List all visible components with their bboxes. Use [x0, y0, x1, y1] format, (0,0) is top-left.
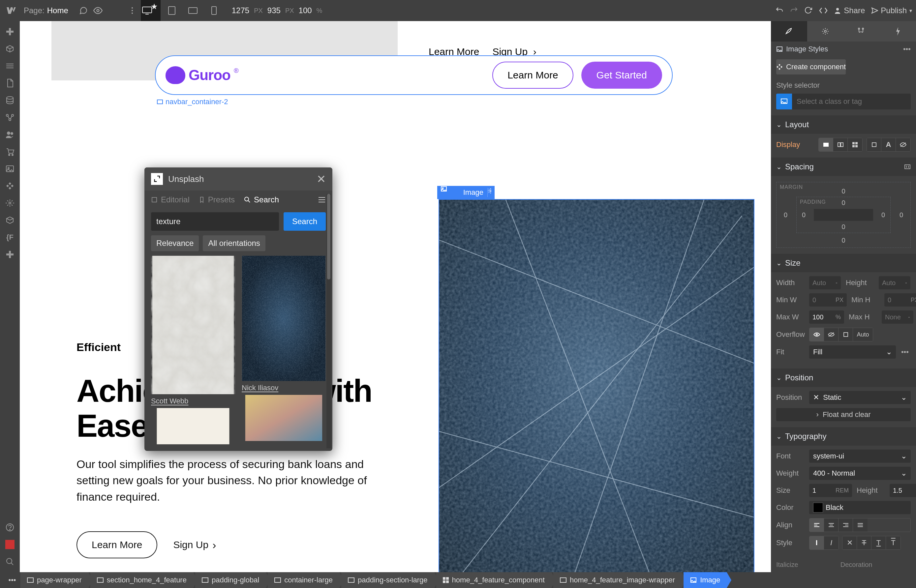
tab-interactions[interactable]: [843, 21, 880, 42]
bc-section[interactable]: section_home_4_feature: [91, 572, 193, 588]
result-credit-2[interactable]: Nick Iliasov: [242, 384, 326, 392]
webflow-logo[interactable]: [4, 3, 18, 18]
result-thumb-3[interactable]: [151, 408, 235, 444]
align-left[interactable]: [809, 519, 824, 531]
tab-style[interactable]: [771, 21, 807, 42]
align-justify[interactable]: [853, 519, 867, 531]
result-thumb-1[interactable]: [151, 256, 235, 394]
publish-button[interactable]: Publish▾: [871, 6, 912, 15]
bc-image-wrapper[interactable]: home_4_feature_image-wrapper: [553, 572, 681, 588]
preview-icon[interactable]: [91, 3, 105, 18]
selector-icon[interactable]: [776, 94, 792, 110]
design-canvas[interactable]: Learn More Sign Up › Guroo ® Learn More …: [20, 21, 771, 572]
users-icon[interactable]: [3, 127, 17, 142]
display-flex[interactable]: [833, 138, 848, 151]
fit-select[interactable]: Fill⌄: [809, 346, 896, 359]
result-credit-1[interactable]: Scott Webb: [151, 397, 235, 405]
unsplash-search-input[interactable]: [151, 212, 279, 231]
lineheight-input[interactable]: -: [890, 484, 916, 497]
display-inline-block[interactable]: [867, 138, 881, 151]
breakpoint-menu-icon[interactable]: [125, 3, 139, 18]
apps-icon[interactable]: [3, 179, 17, 193]
filter-relevance[interactable]: Relevance: [151, 235, 199, 251]
section-spacing[interactable]: ⌄Spacing: [771, 158, 916, 176]
deco-overline[interactable]: T: [886, 536, 900, 549]
style-selector-input[interactable]: [792, 94, 911, 110]
result-thumb-2[interactable]: [242, 256, 326, 381]
device-tablet[interactable]: [162, 0, 182, 21]
deco-none[interactable]: ✕: [843, 536, 857, 549]
cms-icon[interactable]: [3, 93, 17, 107]
float-clear-button[interactable]: › Float and clear: [776, 408, 911, 421]
help-icon[interactable]: [3, 520, 17, 535]
maxw-input[interactable]: %: [809, 310, 844, 324]
ecommerce-icon[interactable]: [3, 144, 17, 159]
settings-icon[interactable]: [3, 196, 17, 210]
tab-presets[interactable]: Presets: [199, 195, 235, 204]
align-right[interactable]: [838, 519, 853, 531]
graph-icon[interactable]: [3, 110, 17, 124]
canvas-width[interactable]: 1275: [232, 6, 249, 15]
section-position[interactable]: ⌄Position: [771, 368, 916, 387]
selection-tag[interactable]: Image: [437, 186, 495, 199]
tab-search[interactable]: Search: [244, 195, 279, 204]
learn-more-button[interactable]: Learn More: [492, 61, 573, 89]
create-component-button[interactable]: Create component: [776, 59, 846, 74]
search-icon[interactable]: [3, 554, 17, 569]
device-landscape[interactable]: [183, 0, 203, 21]
fontsize-input[interactable]: REM: [809, 484, 852, 497]
spacing-expand-icon[interactable]: [904, 164, 911, 170]
styles-more-icon[interactable]: •••: [903, 45, 911, 53]
unsplash-search-button[interactable]: Search: [283, 212, 326, 231]
tab-effects[interactable]: [880, 21, 916, 42]
selected-image[interactable]: Image: [439, 199, 754, 572]
bc-padding-section[interactable]: padding-section-large: [341, 572, 434, 588]
pages-icon[interactable]: [3, 76, 17, 90]
box-icon[interactable]: [3, 42, 17, 56]
navbar-container[interactable]: Guroo ® Learn More Get Started: [155, 55, 673, 95]
selection-label[interactable]: navbar_container-2: [157, 98, 228, 106]
weight-select[interactable]: 400 - Normal⌄: [809, 467, 911, 480]
close-icon[interactable]: ✕: [317, 172, 326, 186]
display-grid[interactable]: [848, 138, 862, 151]
result-thumb-4[interactable]: [242, 395, 326, 441]
comments-icon[interactable]: [76, 3, 91, 18]
overflow-auto[interactable]: Auto: [853, 328, 873, 341]
bc-image[interactable]: Image: [683, 572, 727, 588]
3d-icon[interactable]: [3, 213, 17, 228]
section-typography[interactable]: ⌄Typography: [771, 427, 916, 446]
page-name[interactable]: Home: [47, 6, 68, 15]
maxh-input[interactable]: -: [882, 310, 913, 324]
unsplash-panel[interactable]: ⌞⌝ Unsplash ✕ Editorial Presets Search S…: [144, 168, 332, 451]
breadcrumb-overflow[interactable]: •••: [4, 576, 21, 585]
layout-icon[interactable]: [3, 59, 17, 73]
height-input[interactable]: -: [879, 276, 910, 289]
fit-more-icon[interactable]: •••: [899, 348, 911, 356]
add-element-icon[interactable]: [3, 24, 17, 39]
filter-orientation[interactable]: All orientations: [203, 235, 265, 251]
unsplash-scrollbar[interactable]: [327, 194, 331, 448]
display-none[interactable]: [896, 138, 910, 151]
spacing-control[interactable]: MARGIN 0 0 0 0 PADDING 0 0 0 0: [776, 182, 911, 248]
device-desktop[interactable]: ★: [141, 0, 160, 21]
deco-strike[interactable]: T: [857, 536, 871, 549]
hamburger-icon[interactable]: [318, 197, 326, 203]
overflow-hidden[interactable]: [824, 328, 838, 341]
minw-input[interactable]: PX: [809, 293, 847, 307]
section-layout[interactable]: ⌄Layout: [771, 115, 916, 134]
italic-normal[interactable]: I: [809, 536, 824, 549]
section-size[interactable]: ⌄Size: [771, 254, 916, 272]
assets-icon[interactable]: [3, 162, 17, 176]
code-button[interactable]: [819, 7, 828, 14]
brand-logo[interactable]: Guroo ®: [165, 66, 239, 84]
selection-settings-icon[interactable]: [487, 188, 491, 197]
variables-icon[interactable]: {F: [3, 230, 17, 245]
bc-feature-component[interactable]: home_4_feature_component: [436, 572, 551, 588]
hero-learn-more[interactable]: Learn More: [76, 531, 157, 558]
bc-padding-global[interactable]: padding-global: [195, 572, 266, 588]
refresh-button[interactable]: [804, 6, 813, 15]
tab-settings[interactable]: [807, 21, 843, 42]
overflow-visible[interactable]: [809, 328, 824, 341]
redo-button[interactable]: [790, 6, 798, 15]
zoom-level[interactable]: 100: [299, 6, 312, 15]
